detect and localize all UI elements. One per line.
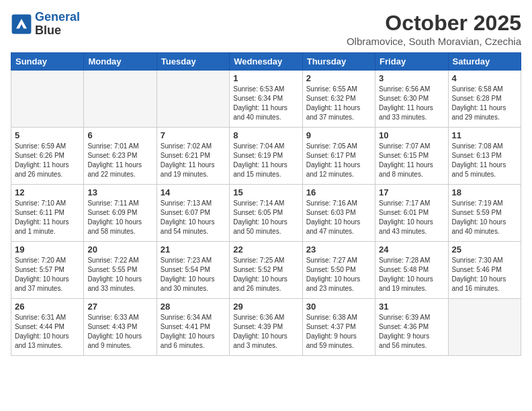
day-number: 16 xyxy=(306,187,371,197)
calendar-cell: 24Sunrise: 7:28 AMSunset: 5:48 PMDayligh… xyxy=(375,242,448,299)
calendar-cell: 26Sunrise: 6:31 AMSunset: 4:44 PMDayligh… xyxy=(11,299,84,356)
day-info: Sunrise: 7:10 AMSunset: 6:11 PMDaylight:… xyxy=(15,199,80,236)
calendar-cell: 15Sunrise: 7:14 AMSunset: 6:05 PMDayligh… xyxy=(230,185,302,242)
day-number: 21 xyxy=(161,244,226,255)
day-info: Sunrise: 6:53 AMSunset: 6:34 PMDaylight:… xyxy=(233,85,298,122)
day-info: Sunrise: 6:38 AMSunset: 4:37 PMDaylight:… xyxy=(306,313,371,351)
location: Olbramovice, South Moravian, Czechia xyxy=(347,36,521,47)
calendar-cell: 22Sunrise: 7:25 AMSunset: 5:52 PMDayligh… xyxy=(230,242,302,299)
day-number: 11 xyxy=(452,130,517,140)
day-number: 17 xyxy=(379,187,444,197)
day-info: Sunrise: 6:58 AMSunset: 6:28 PMDaylight:… xyxy=(452,85,517,122)
day-info: Sunrise: 7:14 AMSunset: 6:05 PMDaylight:… xyxy=(233,199,298,236)
day-info: Sunrise: 7:22 AMSunset: 5:55 PMDaylight:… xyxy=(87,256,152,293)
day-number: 14 xyxy=(161,187,226,197)
day-info: Sunrise: 7:23 AMSunset: 5:54 PMDaylight:… xyxy=(161,256,226,293)
day-info: Sunrise: 7:19 AMSunset: 5:59 PMDaylight:… xyxy=(452,199,517,236)
calendar-cell: 4Sunrise: 6:58 AMSunset: 6:28 PMDaylight… xyxy=(448,71,521,128)
calendar-cell: 28Sunrise: 6:34 AMSunset: 4:41 PMDayligh… xyxy=(157,299,229,356)
calendar-cell xyxy=(157,71,229,128)
weekday-header: Thursday xyxy=(302,53,375,71)
page-header: General Blue October 2025 Olbramovice, S… xyxy=(11,11,521,47)
logo-line2: Blue xyxy=(35,24,80,38)
calendar-cell: 10Sunrise: 7:07 AMSunset: 6:15 PMDayligh… xyxy=(375,128,448,185)
title-block: October 2025 Olbramovice, South Moravian… xyxy=(347,11,521,47)
day-info: Sunrise: 6:56 AMSunset: 6:30 PMDaylight:… xyxy=(379,85,444,122)
day-number: 29 xyxy=(233,302,298,312)
day-info: Sunrise: 6:59 AMSunset: 6:26 PMDaylight:… xyxy=(15,142,80,179)
calendar: SundayMondayTuesdayWednesdayThursdayFrid… xyxy=(11,52,521,356)
weekday-header: Wednesday xyxy=(230,53,302,71)
week-row: 26Sunrise: 6:31 AMSunset: 4:44 PMDayligh… xyxy=(11,299,521,356)
calendar-cell: 25Sunrise: 7:30 AMSunset: 5:46 PMDayligh… xyxy=(448,242,521,299)
logo: General Blue xyxy=(11,11,80,38)
day-number: 7 xyxy=(161,130,226,140)
calendar-cell: 19Sunrise: 7:20 AMSunset: 5:57 PMDayligh… xyxy=(11,242,84,299)
calendar-cell xyxy=(448,299,521,356)
calendar-cell: 13Sunrise: 7:11 AMSunset: 6:09 PMDayligh… xyxy=(84,185,157,242)
calendar-cell: 7Sunrise: 7:02 AMSunset: 6:21 PMDaylight… xyxy=(157,128,229,185)
logo-icon xyxy=(11,13,32,35)
calendar-cell: 17Sunrise: 7:17 AMSunset: 6:01 PMDayligh… xyxy=(375,185,448,242)
calendar-cell: 5Sunrise: 6:59 AMSunset: 6:26 PMDaylight… xyxy=(11,128,84,185)
day-info: Sunrise: 7:27 AMSunset: 5:50 PMDaylight:… xyxy=(306,256,371,293)
weekday-header: Tuesday xyxy=(157,53,229,71)
day-number: 25 xyxy=(452,244,517,255)
day-number: 10 xyxy=(379,130,444,140)
day-info: Sunrise: 7:04 AMSunset: 6:19 PMDaylight:… xyxy=(233,142,298,179)
day-number: 3 xyxy=(379,73,444,83)
day-info: Sunrise: 6:31 AMSunset: 4:44 PMDaylight:… xyxy=(15,313,80,351)
day-info: Sunrise: 6:55 AMSunset: 6:32 PMDaylight:… xyxy=(306,85,371,122)
calendar-cell: 3Sunrise: 6:56 AMSunset: 6:30 PMDaylight… xyxy=(375,71,448,128)
week-row: 1Sunrise: 6:53 AMSunset: 6:34 PMDaylight… xyxy=(11,71,521,128)
day-number: 26 xyxy=(15,302,80,312)
day-number: 12 xyxy=(15,187,80,197)
day-number: 22 xyxy=(233,244,298,255)
calendar-cell: 14Sunrise: 7:13 AMSunset: 6:07 PMDayligh… xyxy=(157,185,229,242)
day-info: Sunrise: 7:25 AMSunset: 5:52 PMDaylight:… xyxy=(233,256,298,293)
week-row: 19Sunrise: 7:20 AMSunset: 5:57 PMDayligh… xyxy=(11,242,521,299)
calendar-cell: 12Sunrise: 7:10 AMSunset: 6:11 PMDayligh… xyxy=(11,185,84,242)
calendar-cell: 27Sunrise: 6:33 AMSunset: 4:43 PMDayligh… xyxy=(84,299,157,356)
day-number: 24 xyxy=(379,244,444,255)
day-number: 4 xyxy=(452,73,517,83)
day-number: 20 xyxy=(87,244,152,255)
calendar-cell: 31Sunrise: 6:39 AMSunset: 4:36 PMDayligh… xyxy=(375,299,448,356)
day-info: Sunrise: 6:33 AMSunset: 4:43 PMDaylight:… xyxy=(87,313,152,351)
day-number: 9 xyxy=(306,130,371,140)
calendar-cell: 29Sunrise: 6:36 AMSunset: 4:39 PMDayligh… xyxy=(230,299,302,356)
calendar-cell: 16Sunrise: 7:16 AMSunset: 6:03 PMDayligh… xyxy=(302,185,375,242)
calendar-cell: 2Sunrise: 6:55 AMSunset: 6:32 PMDaylight… xyxy=(302,71,375,128)
weekday-header: Friday xyxy=(375,53,448,71)
calendar-cell: 1Sunrise: 6:53 AMSunset: 6:34 PMDaylight… xyxy=(230,71,302,128)
day-info: Sunrise: 7:02 AMSunset: 6:21 PMDaylight:… xyxy=(161,142,226,179)
day-info: Sunrise: 7:17 AMSunset: 6:01 PMDaylight:… xyxy=(379,199,444,236)
calendar-cell: 30Sunrise: 6:38 AMSunset: 4:37 PMDayligh… xyxy=(302,299,375,356)
calendar-cell: 21Sunrise: 7:23 AMSunset: 5:54 PMDayligh… xyxy=(157,242,229,299)
day-info: Sunrise: 7:07 AMSunset: 6:15 PMDaylight:… xyxy=(379,142,444,179)
weekday-header: Saturday xyxy=(448,53,521,71)
month-title: October 2025 xyxy=(347,11,521,36)
weekday-header: Sunday xyxy=(11,53,84,71)
day-number: 13 xyxy=(87,187,152,197)
day-number: 2 xyxy=(306,73,371,83)
day-number: 23 xyxy=(306,244,371,255)
calendar-cell: 20Sunrise: 7:22 AMSunset: 5:55 PMDayligh… xyxy=(84,242,157,299)
logo-text: General Blue xyxy=(35,11,80,38)
calendar-cell: 8Sunrise: 7:04 AMSunset: 6:19 PMDaylight… xyxy=(230,128,302,185)
calendar-cell: 18Sunrise: 7:19 AMSunset: 5:59 PMDayligh… xyxy=(448,185,521,242)
day-info: Sunrise: 6:39 AMSunset: 4:36 PMDaylight:… xyxy=(379,313,444,351)
day-number: 28 xyxy=(161,302,226,312)
calendar-cell: 23Sunrise: 7:27 AMSunset: 5:50 PMDayligh… xyxy=(302,242,375,299)
day-info: Sunrise: 7:08 AMSunset: 6:13 PMDaylight:… xyxy=(452,142,517,179)
calendar-cell: 9Sunrise: 7:05 AMSunset: 6:17 PMDaylight… xyxy=(302,128,375,185)
day-number: 27 xyxy=(87,302,152,312)
day-number: 30 xyxy=(306,302,371,312)
day-number: 1 xyxy=(233,73,298,83)
day-info: Sunrise: 7:28 AMSunset: 5:48 PMDaylight:… xyxy=(379,256,444,293)
day-number: 6 xyxy=(87,130,152,140)
day-info: Sunrise: 7:30 AMSunset: 5:46 PMDaylight:… xyxy=(452,256,517,293)
weekday-header-row: SundayMondayTuesdayWednesdayThursdayFrid… xyxy=(11,53,521,71)
calendar-cell: 11Sunrise: 7:08 AMSunset: 6:13 PMDayligh… xyxy=(448,128,521,185)
day-info: Sunrise: 6:36 AMSunset: 4:39 PMDaylight:… xyxy=(233,313,298,351)
